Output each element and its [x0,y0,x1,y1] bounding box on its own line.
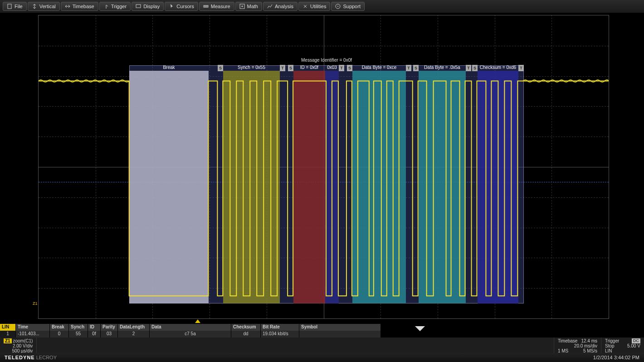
stop-bit: T [280,65,285,71]
col-bitrate[interactable]: Bit Rate [261,324,299,331]
start-bit: S [218,65,223,71]
menu-label: File [15,4,23,9]
channel-info[interactable]: Z1 zoom(C1) 2.00 V/div 500 µs/div [0,338,37,353]
col-time[interactable]: Time [16,324,50,331]
analysis-icon [267,4,273,9]
trigger-level: 5.00 V [627,343,640,348]
table-dropdown-icon[interactable] [415,326,425,331]
cell-symbol [299,331,381,338]
menu-trigger[interactable]: Trigger [99,2,131,11]
col-id[interactable]: ID [88,324,101,331]
start-bit: S [472,65,478,71]
field-id-label: ID = 0x0f [293,65,325,70]
table-row[interactable]: 1 -101.403... 0 55 0f 03 2 c7 5a dd 19.0… [0,331,425,338]
field-id [293,71,325,303]
timebase-tdiv: 20.0 ms/div [558,343,597,348]
start-bit: S [413,65,419,71]
timebase-title: Timebase [558,338,578,343]
start-bit: S [347,65,352,71]
trigger-mode: Stop [605,343,615,348]
field-data2-label: Data Byte = .0x5a [419,65,466,70]
trigger-info[interactable]: TriggerDC Stop5.00 V LIN [601,338,644,353]
cell-parity: 03 [101,331,118,338]
display-icon [136,4,141,9]
math-icon [239,4,245,9]
timebase-pos: 12.4 ms [581,338,597,343]
decode-overlay: Message Identifier = 0x0f Break S Synch … [129,65,524,303]
field-data2 [419,71,466,303]
menu-cursors[interactable]: Cursors [165,2,198,11]
menu-measure[interactable]: Measure [199,2,234,11]
svg-rect-1 [136,5,141,8]
field-break-label: Break [129,65,209,70]
menubar: File Vertical Timebase Trigger Display C… [0,0,644,13]
zoom-name: zoom(C1) [13,338,33,343]
z1-axis-marker: Z1 [33,301,38,306]
status-bar: Z1 zoom(C1) 2.00 V/div 500 µs/div Timeba… [0,338,644,353]
stop-bit: T [339,65,344,71]
stop-bit: T [466,65,471,71]
field-break [129,71,209,303]
menu-file[interactable]: File [3,2,27,11]
svg-point-5 [337,6,338,7]
menu-label: Cursors [176,4,194,9]
menu-label: Trigger [111,4,127,9]
cell-checksum: dd [231,331,261,338]
menu-timebase[interactable]: Timebase [61,2,98,11]
cell-id: 0f [88,331,101,338]
trigger-title: Trigger [605,338,619,343]
channel-vdiv: 2.00 V/div [4,343,33,348]
menu-label: Analysis [275,4,293,9]
trigger-coupling: DC [632,338,640,343]
stop-bit: T [518,65,524,71]
menu-analysis[interactable]: Analysis [263,2,298,11]
trigger-position-marker[interactable] [195,319,200,323]
menu-support[interactable]: Support [331,2,365,11]
timebase-icon [65,4,70,9]
menu-label: Measure [211,4,230,9]
field-checksum [478,71,518,303]
col-checksum[interactable]: Checksum [231,324,261,331]
field-synch [223,71,280,303]
cell-datalen: 2 [118,331,150,338]
cell-data: c7 5a [150,331,231,338]
field-parity-label: 0x03 [324,65,340,70]
menu-display[interactable]: Display [132,2,164,11]
field-data1-label: Data Byte = 0xce [352,65,406,70]
cell-bitrate: 19.034 kbit/s [261,331,299,338]
brand-logo: TELEDYNE LECROY [5,355,57,360]
support-icon [335,4,341,9]
vertical-icon [32,4,37,9]
cell-idx: 1 [0,331,16,338]
file-icon [7,4,12,9]
menu-label: Math [247,4,258,9]
decode-table: LIN Time Break Synch ID Parity DataLengt… [0,324,425,338]
col-lin: LIN [0,324,16,331]
footer-datetime: 1/2/2014 3:44:02 PM [593,355,639,360]
menu-label: Utilities [310,4,326,9]
cursors-icon [169,4,174,9]
col-synch[interactable]: Synch [69,324,88,331]
timebase-info[interactable]: Timebase12.4 ms 20.0 ms/div 1 MS5 MS/s [554,338,601,353]
menu-label: Timebase [73,4,94,9]
cell-time: -101.403... [16,331,50,338]
cell-break: 0 [50,331,69,338]
field-parity [325,71,339,303]
col-datalen[interactable]: DataLength [118,324,150,331]
col-parity[interactable]: Parity [101,324,118,331]
stop-bit: T [406,65,411,71]
menu-math[interactable]: Math [235,2,262,11]
field-checksum-label: Checksum = 0xd6 [478,65,518,70]
cell-synch: 55 [69,331,88,338]
trigger-icon [103,4,109,9]
col-data[interactable]: Data [150,324,231,331]
col-symbol[interactable]: Symbol [299,324,381,331]
col-break[interactable]: Break [50,324,69,331]
z1-chip: Z1 [4,338,12,343]
menu-label: Support [343,4,361,9]
menu-label: Vertical [39,4,56,9]
menu-utilities[interactable]: Utilities [298,2,330,11]
menu-vertical[interactable]: Vertical [28,2,60,11]
field-data1 [352,71,406,303]
waveform-grid[interactable]: Message Identifier = 0x0f Break S Synch … [38,15,609,319]
